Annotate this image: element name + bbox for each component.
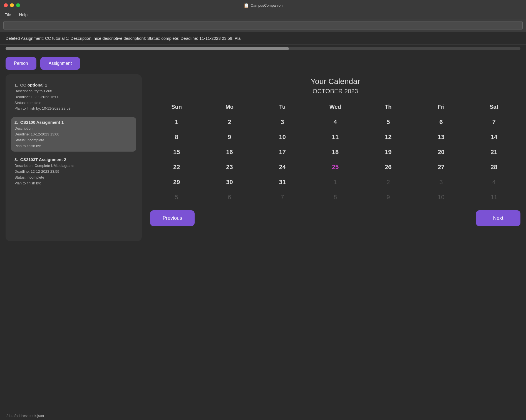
calendar-title: Your Calendar <box>150 77 520 86</box>
next-button[interactable]: Next <box>476 210 520 226</box>
calendar-day[interactable]: 7 <box>468 115 520 130</box>
app-title: 📋 CampusCompanion <box>244 3 283 8</box>
calendar-day[interactable]: 19 <box>362 145 415 160</box>
calendar-day[interactable]: 8 <box>309 190 362 205</box>
status-path: ./data/addressbook.json <box>6 414 44 418</box>
calendar-day[interactable]: 12 <box>362 130 415 145</box>
calendar-day[interactable]: 11 <box>468 190 520 205</box>
calendar-day[interactable]: 14 <box>468 130 520 145</box>
calendar-day[interactable]: 17 <box>256 145 309 160</box>
calendar-day-header: Mo <box>203 100 256 115</box>
assignment-item[interactable]: 1. CC optional 1 Description: try this o… <box>11 80 136 114</box>
previous-button[interactable]: Previous <box>150 210 195 226</box>
calendar-day[interactable]: 13 <box>415 130 467 145</box>
calendar-day[interactable]: 31 <box>256 175 309 190</box>
menubar: File Help <box>0 11 526 19</box>
calendar-day[interactable]: 5 <box>362 115 415 130</box>
scrollbar-track[interactable] <box>6 47 520 50</box>
status-bar: ./data/addressbook.json <box>0 411 526 420</box>
close-button[interactable] <box>4 3 8 7</box>
calendar-day[interactable]: 4 <box>309 115 362 130</box>
app-title-text: CampusCompanion <box>251 3 283 8</box>
calendar-day[interactable]: 26 <box>362 160 415 175</box>
calendar-day[interactable]: 3 <box>256 115 309 130</box>
calendar-day[interactable]: 1 <box>309 175 362 190</box>
calendar-day[interactable]: 2 <box>362 175 415 190</box>
menu-file[interactable]: File <box>3 12 12 18</box>
maximize-button[interactable] <box>16 3 20 7</box>
calendar-day[interactable]: 15 <box>150 145 203 160</box>
assignment-title: 2. CS2100 Assignment 1 <box>14 120 133 125</box>
minimize-button[interactable] <box>10 3 14 7</box>
calendar-day[interactable]: 18 <box>309 145 362 160</box>
calendar-day[interactable]: 9 <box>203 130 256 145</box>
notification-bar: Deleted Assignment: CC tutorial 1; Descr… <box>0 32 526 45</box>
calendar-day[interactable]: 30 <box>203 175 256 190</box>
assignment-list: 1. CC optional 1 Description: try this o… <box>11 80 136 189</box>
calendar-panel: Your Calendar OCTOBER 2023 SunMoTuWedThF… <box>150 74 520 241</box>
calendar-day[interactable]: 11 <box>309 130 362 145</box>
calendar-day[interactable]: 29 <box>150 175 203 190</box>
calendar-day[interactable]: 3 <box>415 175 467 190</box>
calendar-day[interactable]: 25 <box>309 160 362 175</box>
assignment-item[interactable]: 2. CS2100 Assignment 1 Description: Dead… <box>11 117 136 152</box>
calendar-day[interactable]: 6 <box>203 190 256 205</box>
calendar-day-header: Tu <box>256 100 309 115</box>
calendar-day[interactable]: 27 <box>415 160 467 175</box>
calendar-day[interactable]: 2 <box>203 115 256 130</box>
assignment-detail: Description: Complete UML diagrams Deadl… <box>14 163 133 186</box>
calendar-day[interactable]: 1 <box>150 115 203 130</box>
assignment-title: 1. CC optional 1 <box>14 83 133 87</box>
assignment-detail: Description: try this out! Deadline: 11-… <box>14 88 133 112</box>
search-input[interactable] <box>3 21 523 29</box>
app-icon: 📋 <box>244 3 249 8</box>
calendar-day[interactable]: 23 <box>203 160 256 175</box>
calendar-day[interactable]: 8 <box>150 130 203 145</box>
notification-text: Deleted Assignment: CC tutorial 1; Descr… <box>6 36 240 41</box>
calendar-day-header: Wed <box>309 100 362 115</box>
assignment-title: 3. CS2103T Assignment 2 <box>14 157 133 162</box>
calendar-grid: SunMoTuWedThFriSat 123456789101112131415… <box>150 100 520 205</box>
calendar-day[interactable]: 9 <box>362 190 415 205</box>
calendar-day[interactable]: 28 <box>468 160 520 175</box>
calendar-day[interactable]: 16 <box>203 145 256 160</box>
calendar-month: OCTOBER 2023 <box>150 88 520 95</box>
calendar-day[interactable]: 5 <box>150 190 203 205</box>
calendar-day[interactable]: 24 <box>256 160 309 175</box>
calendar-day[interactable]: 7 <box>256 190 309 205</box>
calendar-nav: Previous Next <box>150 205 520 229</box>
calendar-day[interactable]: 10 <box>415 190 467 205</box>
scrollbar-thumb[interactable] <box>6 47 289 50</box>
calendar-day[interactable]: 22 <box>150 160 203 175</box>
search-bar <box>0 19 526 32</box>
calendar-day[interactable]: 6 <box>415 115 467 130</box>
calendar-day-header: Fri <box>415 100 467 115</box>
calendar-day[interactable]: 4 <box>468 175 520 190</box>
assignment-detail: Description: Deadline: 10-12-2023 13:00 … <box>14 126 133 149</box>
person-button[interactable]: Person <box>6 57 36 70</box>
window-controls <box>4 3 20 7</box>
assignment-item[interactable]: 3. CS2103T Assignment 2 Description: Com… <box>11 154 136 189</box>
menu-help[interactable]: Help <box>18 12 29 18</box>
titlebar: 📋 CampusCompanion <box>0 0 526 11</box>
assignment-button[interactable]: Assignment <box>40 57 80 70</box>
calendar-day[interactable]: 21 <box>468 145 520 160</box>
main-content: 1. CC optional 1 Description: try this o… <box>0 74 526 247</box>
scrollbar-container <box>0 45 526 53</box>
calendar-day[interactable]: 10 <box>256 130 309 145</box>
action-buttons: Person Assignment <box>0 53 526 74</box>
assignment-list-panel: 1. CC optional 1 Description: try this o… <box>6 74 142 241</box>
calendar-day-header: Sun <box>150 100 203 115</box>
calendar-day-header: Sat <box>468 100 520 115</box>
calendar-day[interactable]: 20 <box>415 145 467 160</box>
calendar-day-header: Th <box>362 100 415 115</box>
